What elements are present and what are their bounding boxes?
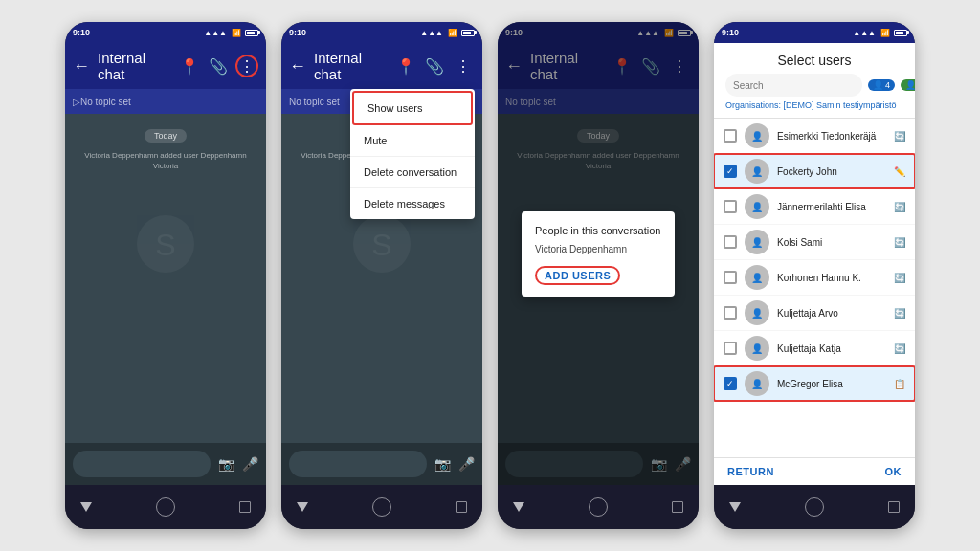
back-nav-1[interactable]: [80, 502, 92, 512]
home-nav-2[interactable]: [372, 497, 391, 517]
user-checkbox-4[interactable]: [724, 271, 737, 284]
user-status-icon-1: ✏️: [894, 166, 905, 177]
bottom-bar-2: [281, 485, 482, 529]
user-checkbox-7[interactable]: [724, 377, 737, 390]
wifi-icon-2: 📶: [448, 29, 457, 37]
back-nav-2[interactable]: [297, 502, 308, 512]
topic-label-1: No topic set: [80, 97, 131, 107]
status-bar-4: 9:10 ▲▲▲ 📶: [714, 22, 915, 43]
app-title-1: Internal chat: [98, 50, 170, 82]
user-item-1[interactable]: 👤 Fockerty John ✏️: [714, 154, 915, 189]
recents-nav-1[interactable]: [239, 501, 251, 513]
mic-icon-2[interactable]: 🎤: [458, 456, 475, 472]
attachment-icon-1[interactable]: 📎: [207, 55, 230, 77]
user-status-icon-2: 🔄: [894, 202, 905, 212]
battery-icon-4: [894, 30, 907, 36]
phone-screen-3: 9:10 ▲▲▲ 📶 ← Internal chat 📍 📎 ⋮ No topi…: [498, 22, 699, 529]
return-button[interactable]: RETURN: [727, 466, 774, 477]
user-name-3: Kolsi Sami: [777, 237, 886, 248]
chat-input-1[interactable]: [73, 451, 211, 477]
menu-item-delete-messages[interactable]: Delete messages: [350, 188, 475, 219]
svg-text:S: S: [371, 228, 391, 262]
user-item-7[interactable]: 👤 McGregor Elisa 📋: [714, 366, 915, 402]
dialog-box: People in this conversation Victoria Dep…: [522, 211, 675, 297]
user-item-0[interactable]: 👤 Esimerkki Tiedonkeräjä 🔄: [714, 119, 915, 154]
camera-icon-2[interactable]: 📷: [434, 456, 451, 472]
user-avatar-4: 👤: [745, 265, 769, 290]
more-options-icon-2[interactable]: ⋮: [452, 55, 475, 77]
search-input[interactable]: [725, 74, 862, 97]
back-nav-3[interactable]: [513, 502, 524, 512]
user-checkbox-2[interactable]: [724, 200, 737, 213]
phone-screen-2: 9:10 ▲▲▲ 📶 ← Internal chat 📍 📎 ⋮ No topi…: [281, 22, 482, 529]
user-status-icon-3: 🔄: [894, 237, 905, 248]
dialog-person: Victoria Deppenhamn: [535, 244, 661, 254]
status-time-2: 9:10: [289, 28, 306, 37]
date-label-1: Today: [145, 129, 187, 143]
home-nav-3[interactable]: [589, 497, 608, 517]
user-item-4[interactable]: 👤 Korhonen Hannu K. 🔄: [714, 260, 915, 296]
status-icons-1: ▲▲▲ 📶: [204, 29, 258, 37]
user-status-icon-7: 📋: [894, 379, 905, 389]
recents-nav-4[interactable]: [888, 501, 900, 513]
user-item-5[interactable]: 👤 Kuljettaja Arvo 🔄: [714, 296, 915, 331]
badge-green: 👤 15: [901, 79, 915, 91]
user-list: 👤 Esimerkki Tiedonkeräjä 🔄 👤 Fockerty Jo…: [714, 119, 915, 457]
mic-icon-1[interactable]: 🎤: [242, 456, 258, 472]
menu-item-mute[interactable]: Mute: [350, 125, 475, 157]
topic-bar-1: ▷ No topic set: [65, 89, 266, 114]
home-nav-4[interactable]: [805, 497, 824, 517]
user-checkbox-1[interactable]: [724, 165, 737, 178]
user-name-4: Korhonen Hannu K.: [777, 273, 886, 283]
recents-nav-2[interactable]: [456, 501, 467, 513]
user-item-2[interactable]: 👤 Jännermerilahti Elisa 🔄: [714, 189, 915, 225]
back-button-1[interactable]: ←: [73, 56, 90, 77]
user-name-6: Kuljettaja Katja: [777, 343, 886, 354]
badge-blue: 👤 4: [868, 79, 895, 91]
attachment-icon-2[interactable]: 📎: [423, 55, 446, 77]
user-avatar-6: 👤: [745, 336, 769, 361]
select-title: Select users: [725, 53, 903, 68]
user-name-5: Kuljettaja Arvo: [777, 308, 886, 319]
user-item-3[interactable]: 👤 Kolsi Sami 🔄: [714, 225, 915, 260]
user-avatar-7: 👤: [745, 371, 769, 396]
topic-label-2: No topic set: [289, 97, 340, 107]
chat-logo-1: S: [127, 206, 204, 286]
user-name-7: McGregor Elisa: [777, 379, 886, 389]
user-avatar-5: 👤: [745, 300, 769, 325]
user-avatar-3: 👤: [745, 230, 769, 254]
user-checkbox-0[interactable]: [724, 129, 737, 143]
app-bar-icons-1: 📍 📎 ⋮: [178, 55, 258, 77]
bottom-bar-4: [714, 485, 915, 529]
user-checkbox-5[interactable]: [724, 306, 737, 320]
user-name-1: Fockerty John: [777, 166, 886, 177]
select-footer: RETURN OK: [714, 457, 915, 485]
add-users-button[interactable]: ADD USERS: [535, 266, 620, 285]
camera-icon-1[interactable]: 📷: [218, 456, 234, 472]
app-bar-2: ← Internal chat 📍 📎 ⋮: [281, 43, 482, 89]
back-button-2[interactable]: ←: [289, 56, 306, 77]
user-checkbox-3[interactable]: [724, 235, 737, 249]
location-icon-1[interactable]: 📍: [178, 55, 201, 77]
user-checkbox-6[interactable]: [724, 342, 737, 355]
topic-text-1: ▷: [73, 97, 80, 107]
signal-icon-2: ▲▲▲: [420, 29, 443, 37]
user-name-0: Esimerkki Tiedonkeräjä: [777, 131, 886, 142]
user-item-6[interactable]: 👤 Kuljettaja Katja 🔄: [714, 331, 915, 366]
menu-item-delete-conversation[interactable]: Delete conversation: [350, 157, 475, 188]
select-users-panel: Select users 👤 4 👤 15 Organisations: [DE…: [714, 43, 915, 485]
svg-text:S: S: [155, 228, 175, 262]
back-nav-4[interactable]: [729, 502, 741, 512]
status-icons-4: ▲▲▲ 📶: [853, 29, 907, 37]
signal-icon-4: ▲▲▲: [853, 29, 876, 37]
location-icon-2[interactable]: 📍: [394, 55, 417, 77]
user-name-2: Jännermerilahti Elisa: [777, 202, 886, 212]
recents-nav-3[interactable]: [672, 501, 683, 513]
more-options-icon-1[interactable]: ⋮: [235, 55, 258, 77]
phone-screen-1: 9:10 ▲▲▲ 📶 ← Internal chat 📍 📎 ⋮ ▷ No to…: [65, 22, 266, 529]
home-nav-1[interactable]: [156, 497, 175, 517]
chat-input-2[interactable]: [289, 451, 427, 477]
ok-button[interactable]: OK: [885, 466, 902, 477]
app-title-2: Internal chat: [314, 50, 387, 82]
menu-item-show-users[interactable]: Show users: [352, 91, 473, 125]
